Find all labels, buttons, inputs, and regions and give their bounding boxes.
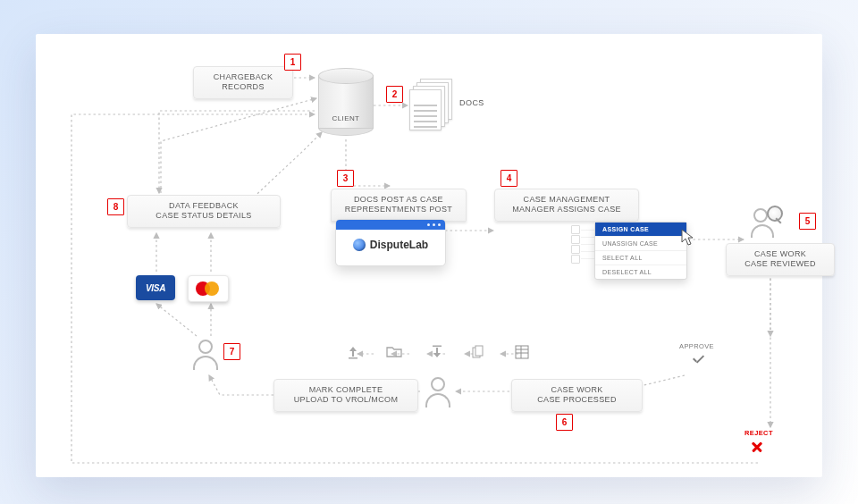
step-8-card: DATA FEEDBACK CASE STATUS DETAILS [127, 195, 281, 228]
mastercard-icon [188, 275, 229, 302]
step-3-line1: DOCS POST AS CASE [354, 195, 443, 205]
svg-rect-4 [516, 346, 528, 358]
copy-icon [472, 345, 484, 359]
step-8-badge: 8 [107, 198, 124, 215]
processor-user-icon [425, 377, 450, 406]
step-5-line1: CASE WORK [754, 249, 806, 259]
folder-icon [386, 345, 402, 357]
client-label: CLIENT [318, 114, 374, 122]
menu-selall: SELECT ALL [595, 250, 686, 265]
step-5-card: CASE WORK CASE REVIEWED [726, 243, 835, 276]
step-6-card: CASE WORK CASE PROCESSED [511, 379, 643, 412]
step-7-badge: 7 [223, 343, 240, 360]
process-icons-row [347, 345, 534, 363]
docs-label: DOCS [459, 98, 484, 107]
step-4-card: CASE MANAGEMENT MANAGER ASSIGNS CASE [494, 189, 639, 222]
payment-cards: VISA [136, 275, 229, 302]
svg-rect-3 [475, 346, 483, 356]
step-4-line1: CASE MANAGEMENT [524, 195, 610, 205]
step-3-badge: 3 [337, 170, 354, 187]
step-3-card: DOCS POST AS CASE REPRESENTMENTS POST [331, 189, 467, 222]
assign-case-menu: ASSIGN CASE UNASSIGN CASE SELECT ALL DES… [594, 222, 687, 280]
step-4-badge: 4 [500, 170, 517, 187]
uploader-user-icon [193, 340, 218, 368]
step-1-card: CHARGEBACK RECORDS [193, 66, 293, 99]
step-1-badge: 1 [284, 54, 301, 71]
cursor-icon [681, 229, 694, 247]
disputelab-logo-icon [353, 239, 366, 251]
menu-unassign: UNASSIGN CASE [595, 236, 686, 250]
disputelab-brand: DisputeLab [370, 239, 428, 251]
step-6-badge: 6 [556, 414, 573, 431]
menu-assign: ASSIGN CASE [595, 223, 686, 236]
svg-rect-0 [349, 357, 358, 359]
step-7-card: MARK COMPLETE UPLOAD TO VROL/MCOM [273, 379, 418, 412]
step-1-line1: CHARGEBACK [214, 72, 273, 82]
flow-diagram: CHARGEBACK RECORDS 1 CLIENT 2 DOCS DOCS … [36, 34, 822, 477]
step-2-badge: 2 [386, 86, 403, 103]
step-8-line1: DATA FEEDBACK [169, 201, 239, 211]
disputelab-window: DisputeLab [335, 219, 446, 266]
client-database-icon: CLIENT [318, 68, 374, 136]
visa-card-icon: VISA [136, 275, 175, 300]
step-7-line2: UPLOAD TO VROL/MCOM [294, 395, 399, 405]
step-6-line1: CASE WORK [551, 385, 602, 395]
docs-icon: DOCS [409, 79, 452, 130]
download-icon [431, 345, 443, 359]
step-7-line1: MARK COMPLETE [309, 385, 383, 395]
step-8-line2: CASE STATUS DETAILS [156, 211, 251, 221]
reject-x-icon [751, 441, 763, 453]
step-1-line2: RECORDS [222, 82, 265, 92]
step-3-line2: REPRESENTMENTS POST [345, 205, 452, 214]
menu-deselall: DESELECT ALL [595, 265, 686, 279]
step-5-badge: 5 [799, 213, 816, 230]
step-5-line2: CASE REVIEWED [744, 259, 816, 269]
approve-label: APPROVE [679, 342, 714, 350]
upload-icon [347, 345, 359, 359]
step-4-line2: MANAGER ASSIGNS CASE [512, 205, 621, 214]
svg-rect-1 [433, 346, 442, 348]
approve-check-icon [691, 354, 707, 366]
reviewer-icon [751, 208, 779, 237]
reject-label: REJECT [744, 429, 773, 437]
step-6-line2: CASE PROCESSED [537, 395, 617, 405]
sheet-icon [515, 345, 529, 359]
